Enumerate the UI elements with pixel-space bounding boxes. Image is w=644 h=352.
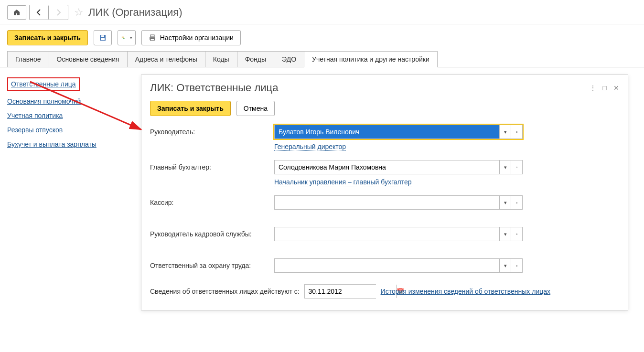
home-icon [13,9,21,16]
hr-head-field[interactable]: ▾ ▫ [274,227,523,241]
cashier-field[interactable]: ▾ ▫ [274,195,523,210]
org-settings-label: Настройки организации [160,34,234,42]
safety-head-field[interactable]: ▾ ▫ [274,258,523,273]
leader-input[interactable] [275,125,499,139]
home-button[interactable] [7,5,26,20]
dropdown-icon[interactable]: ▾ [499,125,511,139]
sidebar-item-accounting[interactable]: Бухучет и выплата зарплаты [7,140,97,148]
cashier-label: Кассир: [150,199,274,206]
tab-codes[interactable]: Коды [205,51,237,67]
panel-maximize-icon[interactable]: □ [603,84,607,92]
panel-title: ЛИК: Ответственные лица [150,82,278,94]
save-close-button[interactable]: Записать и закрыть [7,30,88,45]
favorite-star-icon[interactable]: ☆ [74,6,84,19]
actions-dropdown-button[interactable] [118,30,136,45]
hr-head-input[interactable] [275,227,499,241]
sidebar: Ответственные лица Основания полномочий … [7,75,131,148]
responsible-persons-panel: ЛИК: Ответственные лица ⋮ □ ✕ Записать и… [141,75,628,310]
back-button[interactable] [30,5,49,20]
safety-head-label: Ответственный за охрану труда: [150,262,274,269]
open-icon[interactable]: ▫ [511,259,522,272]
tab-main[interactable]: Главное [7,51,49,67]
page-title: ЛИК (Организация) [88,6,182,19]
list-plus-icon [121,34,125,42]
cashier-input[interactable] [275,196,499,209]
dropdown-icon[interactable]: ▾ [499,227,511,241]
svg-rect-2 [101,35,104,37]
svg-rect-8 [150,39,154,41]
panel-menu-icon[interactable]: ⋮ [590,84,596,92]
effective-date-label: Сведения об ответственных лицах действую… [150,288,300,295]
tab-edo[interactable]: ЭДО [274,51,304,67]
safety-head-input[interactable] [275,259,499,272]
forward-button[interactable] [49,5,68,20]
sidebar-item-authority[interactable]: Основания полномочий [7,97,81,105]
tab-accounting-policy[interactable]: Учетная политика и другие настройки [304,51,438,67]
arrow-right-icon [54,9,62,16]
save-button[interactable] [94,30,112,45]
panel-cancel-button[interactable]: Отмена [236,101,275,116]
print-icon [149,34,156,42]
accountant-label: Главный бухгалтер: [150,163,274,171]
tab-funds[interactable]: Фонды [237,51,274,67]
tab-basic-info[interactable]: Основные сведения [49,51,128,67]
tab-addresses[interactable]: Адреса и телефоны [127,51,205,67]
sidebar-item-reserves[interactable]: Резервы отпусков [7,126,63,134]
open-icon[interactable]: ▫ [511,160,522,174]
accountant-field[interactable]: ▾ ▫ [274,160,523,174]
panel-close-icon[interactable]: ✕ [613,84,619,92]
arrow-left-icon [35,9,43,16]
floppy-icon [99,34,107,42]
org-settings-button[interactable]: Настройки организации [141,30,241,45]
sidebar-item-policy[interactable]: Учетная политика [7,112,63,119]
open-icon[interactable]: ▫ [511,125,522,139]
effective-date-field[interactable]: 📅 [304,284,376,299]
history-link[interactable]: История изменения сведений об ответствен… [381,288,550,295]
svg-rect-6 [150,35,154,37]
dropdown-icon[interactable]: ▾ [499,259,511,272]
open-icon[interactable]: ▫ [511,196,522,209]
leader-position-link[interactable]: Генеральный директор [274,143,346,151]
tab-bar: Главное Основные сведения Адреса и телеф… [0,51,644,67]
leader-label: Руководитель: [150,128,274,136]
open-icon[interactable]: ▫ [511,227,522,241]
leader-field[interactable]: ▾ ▫ [274,125,523,139]
accountant-input[interactable] [275,160,499,174]
dropdown-icon[interactable]: ▾ [499,196,511,209]
hr-head-label: Руководитель кадровой службы: [150,230,274,238]
accountant-position-link[interactable]: Начальник управления – главный бухгалтер [274,178,412,186]
panel-save-close-button[interactable]: Записать и закрыть [150,101,231,116]
svg-rect-3 [122,37,124,37]
svg-rect-4 [122,38,124,38]
svg-rect-1 [101,38,105,40]
sidebar-item-responsible[interactable]: Ответственные лица [7,77,80,91]
dropdown-icon[interactable]: ▾ [499,160,511,174]
